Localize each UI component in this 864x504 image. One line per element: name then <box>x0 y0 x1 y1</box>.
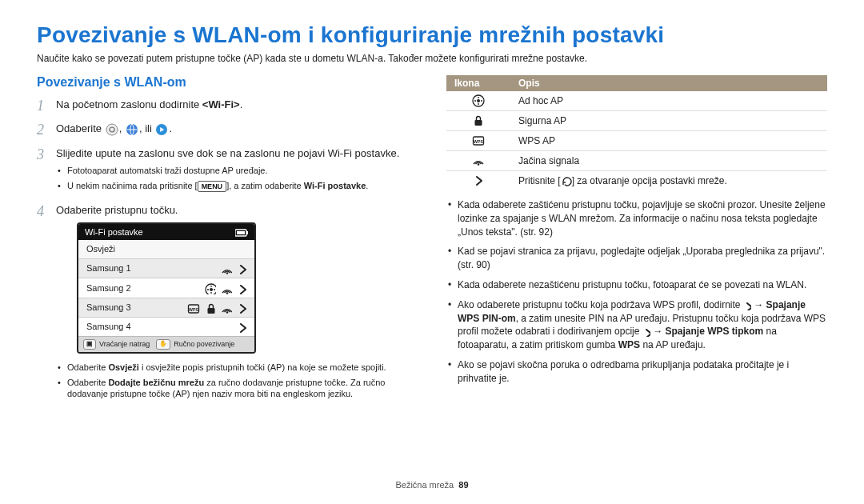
text-strong: WPS <box>618 339 640 350</box>
menu-key: MENU <box>198 181 227 192</box>
table-row: Pritisnite [] za otvaranje opcija postav… <box>446 171 827 191</box>
step-list: 1 Na početnom zaslonu dodirnite <Wi-Fi>.… <box>37 98 418 406</box>
step-4: 4 Odaberite pristupnu točku. Wi-Fi posta… <box>37 203 418 406</box>
text: Odaberite <box>56 122 105 134</box>
step-num: 3 <box>37 145 48 197</box>
content-columns: Povezivanje s WLAN-om 1 Na početnom zasl… <box>37 75 827 411</box>
wifi-panel: Wi-Fi postavke Osvježi Samsung 1 <box>77 222 256 354</box>
bullet: Ako se pojavi skočna poruka o odredbama … <box>458 358 827 386</box>
text: , <box>119 122 125 134</box>
text: na AP uređaju. <box>640 339 706 350</box>
text: Odaberite <box>67 378 108 387</box>
wifi-panel-title: Wi-Fi postavke <box>85 226 143 238</box>
text: Slijedite upute na zaslonu sve dok se na… <box>56 147 399 159</box>
text: Odaberite <box>67 362 108 372</box>
table-header: Ikona Opis <box>446 75 827 91</box>
sub-bullet: U nekim načinima rada pritisnite [MENU],… <box>67 180 418 192</box>
step-body: Slijedite upute na zaslonu sve dok se na… <box>56 146 418 198</box>
step-4-sub: Odaberite Osvježi i osvježite popis pris… <box>56 362 418 401</box>
desc: Ad hoc AP <box>510 91 827 111</box>
text: → <box>650 326 666 337</box>
wifi-bold: <Wi-Fi> <box>202 98 240 110</box>
footer-manual[interactable]: ✋ Ručno povezivanje <box>156 339 234 350</box>
wifi-ap-row[interactable]: Samsung 3 <box>78 298 254 318</box>
text: Na početnom zaslonu dodirnite <box>56 98 202 110</box>
footer-section: Bežična mreža <box>395 480 454 490</box>
signal-icon <box>221 262 232 274</box>
text: ], a zatim odaberite <box>226 181 304 190</box>
step-num: 4 <box>37 202 48 405</box>
desc: Jačina signala <box>510 151 827 171</box>
lock-icon <box>446 111 510 131</box>
step-num: 2 <box>37 120 48 139</box>
wifi-ap-row[interactable]: Samsung 1 <box>78 259 254 278</box>
wifi-ap-list: Samsung 1 Samsung 2 <box>78 259 254 335</box>
bullet: Ako odaberete pristupnu točku koja podrž… <box>458 298 827 352</box>
table-row: Jačina signala <box>446 151 827 171</box>
step-1: 1 Na početnom zaslonu dodirnite <Wi-Fi>. <box>37 98 418 117</box>
text-strong: Osvježi <box>108 362 139 372</box>
table-row: WPS AP <box>446 131 827 151</box>
adhoc-icon <box>446 91 510 111</box>
desc: Sigurna AP <box>510 111 827 131</box>
ap-name: Samsung 2 <box>86 282 131 294</box>
step-body: Odaberite , , ili . <box>56 122 418 141</box>
page-title: Povezivanje s WLAN-om i konfiguriranje m… <box>37 22 827 48</box>
back-key-icon: ▣ <box>83 339 96 350</box>
step-2: 2 Odaberite , , ili . <box>37 122 418 141</box>
icon-table: Ikona Opis Ad hoc AP Sigurna AP WPS AP <box>446 75 827 190</box>
wifi-ap-row[interactable]: Samsung 2 <box>78 278 254 298</box>
text: ] za otvaranje opcija postavki mreže. <box>572 175 727 186</box>
bullet: Kad se pojavi stranica za prijavu, pogle… <box>458 245 827 272</box>
wifi-ap-row[interactable]: Samsung 4 <box>78 318 254 336</box>
wifi-refresh-row[interactable]: Osvježi <box>78 240 254 259</box>
right-column: Ikona Opis Ad hoc AP Sigurna AP WPS AP <box>446 75 827 411</box>
wifi-panel-footer: ▣ Vraćanje natrag ✋ Ručno povezivanje <box>78 336 254 352</box>
chevron-right-icon <box>237 262 246 274</box>
table-row: Ad hoc AP <box>446 91 827 111</box>
th-icon: Ikona <box>446 75 510 91</box>
bullet: Kada odaberete zaštićenu pristupnu točku… <box>458 198 827 238</box>
signal-icon <box>446 151 510 171</box>
wifi-panel-header: Wi-Fi postavke <box>78 224 254 241</box>
text: i osvježite popis pristupnih točki (AP) … <box>139 362 386 372</box>
footer-back[interactable]: ▣ Vraćanje natrag <box>83 339 150 350</box>
chevron-right-icon <box>446 171 510 191</box>
text: Ako odaberete pristupnu točku koja podrž… <box>458 299 743 310</box>
mode-icon-2 <box>126 123 138 136</box>
chevron-right-icon <box>743 299 751 310</box>
footer-page: 89 <box>458 480 468 490</box>
text: . <box>240 98 243 110</box>
text: Pritisnite [ <box>518 175 561 186</box>
chevron-right-icon <box>237 302 246 314</box>
ap-name: Samsung 3 <box>86 302 131 314</box>
step-body: Odaberite pristupnu točku. Wi-Fi postavk… <box>56 203 418 406</box>
refresh-key-icon <box>561 175 572 186</box>
step-3: 3 Slijedite upute na zaslonu sve dok se … <box>37 146 418 198</box>
text: Odaberite pristupnu točku. <box>56 204 178 216</box>
text: , ili <box>139 122 155 134</box>
manual-key-icon: ✋ <box>156 339 170 350</box>
mode-icon-1 <box>106 123 118 136</box>
chevron-right-icon <box>642 326 650 337</box>
page-footer: Bežična mreža 89 <box>0 480 864 490</box>
right-bullets: Kada odaberete zaštićenu pristupnu točku… <box>446 198 827 386</box>
text-strong: Dodajte bežičnu mrežu <box>108 378 204 387</box>
battery-icon <box>235 226 248 238</box>
text: . <box>366 181 368 190</box>
bullet: Kada odaberete nezaštićenu pristupnu toč… <box>458 278 827 292</box>
footer-back-label: Vraćanje natrag <box>99 339 150 349</box>
step-3-sub: Fototoaparat automatski traži dostupne A… <box>56 165 418 192</box>
sub-bullet: Odaberite Dodajte bežičnu mrežu za ručno… <box>67 377 418 401</box>
wps-icon <box>187 302 200 314</box>
th-desc: Opis <box>510 75 827 91</box>
sub-bullet: Odaberite Osvježi i osvježite popis pris… <box>67 362 418 374</box>
text: . <box>169 122 172 134</box>
adhoc-icon <box>205 282 216 294</box>
mode-icon-3 <box>155 123 168 136</box>
ap-name: Samsung 4 <box>86 321 131 333</box>
section-title: Povezivanje s WLAN-om <box>37 75 418 90</box>
sub-bullet: Fototoaparat automatski traži dostupne A… <box>67 165 418 177</box>
left-column: Povezivanje s WLAN-om 1 Na početnom zasl… <box>37 75 418 411</box>
wps-icon <box>446 131 510 151</box>
